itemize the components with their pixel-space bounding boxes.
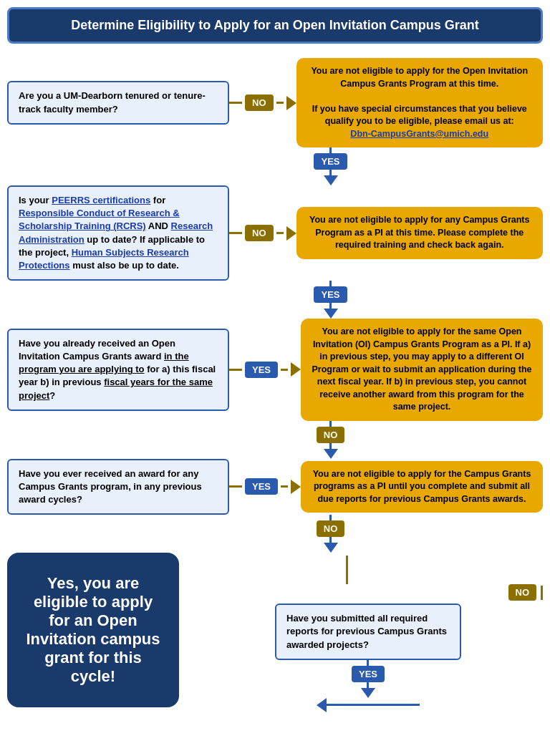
arrow-down-q5 — [361, 688, 375, 698]
arrow-down-q2 — [324, 309, 338, 319]
a4-box-wrapper: You are not eligible to apply for the Ca… — [301, 461, 543, 513]
a1-box-wrapper: You are not eligible to apply for the Op… — [296, 58, 544, 147]
no-from-a4 — [346, 556, 348, 584]
q1-no-label: NO — [245, 94, 274, 111]
arrow-right-q1 — [286, 96, 296, 110]
h-line-q2 — [229, 232, 242, 234]
q1-box-wrapper: Are you a UM-Dearborn tenured or tenure-… — [7, 81, 229, 124]
q1-yes-label: YES — [314, 153, 347, 170]
h-line-to-eligible — [327, 704, 420, 706]
a1-box: You are not eligible to apply for the Op… — [296, 58, 544, 147]
vline-a4-down — [346, 556, 348, 584]
vline-q3a — [329, 421, 332, 427]
h-line-q1 — [229, 102, 242, 104]
vline-q4b — [329, 537, 332, 543]
a2-text: You are not eligible to apply for any Ca… — [309, 215, 529, 250]
q2-no-label: NO — [245, 225, 274, 241]
q1-text: Are you a UM-Dearborn tenured or tenure-… — [19, 90, 206, 114]
header-box: Determine Eligibility to Apply for an Op… — [7, 7, 543, 44]
q5-box-wrapper: Have you submitted all required reports … — [275, 604, 461, 660]
q5-text: Have you submitted all required reports … — [286, 613, 447, 649]
header-title: Determine Eligibility to Apply for an Op… — [71, 18, 478, 32]
a2-box: You are not eligible to apply for any Ca… — [296, 207, 544, 259]
q2-box-wrapper: Is your PEERRS certifications for Respon… — [7, 185, 229, 281]
vline-q5a — [367, 660, 369, 666]
q4-text: Have you ever received an award for any … — [19, 468, 202, 505]
q3-box: Have you already received an Open Invita… — [7, 329, 229, 411]
q2-box: Is your PEERRS certifications for Respon… — [7, 185, 229, 281]
peerrs-link[interactable]: PEERRS certifications — [52, 195, 150, 205]
hsrp-link[interactable]: Human Subjects Research Protections — [19, 247, 189, 271]
h-line-q3b — [281, 369, 288, 371]
q4-box: Have you ever received an award for any … — [7, 459, 229, 515]
q5-no-row: NO — [193, 584, 543, 601]
q4-yes-label: YES — [245, 478, 278, 495]
q4-no-connector: NO — [118, 515, 543, 553]
a4-box: You are not eligible to apply for the Ca… — [301, 461, 543, 513]
q3-yes-label: YES — [245, 362, 278, 378]
q4-box-wrapper: Have you ever received an award for any … — [7, 459, 229, 515]
q2-yes-label: YES — [314, 286, 347, 303]
arrow-right-q2 — [286, 226, 296, 241]
eligible-box: Yes, you are eligible to apply for an Op… — [7, 553, 179, 707]
vline-q4a — [329, 515, 332, 520]
eligible-text: Yes, you are eligible to apply for an Op… — [26, 574, 160, 685]
q3-yes-connector: YES — [229, 362, 301, 378]
a1-email-link[interactable]: Dbn-CampusGrants@umich.edu — [350, 129, 488, 139]
a2-box-wrapper: You are not eligible to apply for any Ca… — [296, 207, 544, 259]
q5-yes-label: YES — [352, 666, 385, 682]
a3-box: You are not eligible to apply for the sa… — [301, 319, 543, 421]
q4-row: Have you ever received an award for any … — [7, 459, 543, 515]
h-line-q4b — [281, 485, 288, 488]
h-line-q1b — [276, 102, 284, 104]
h-line-q2b — [276, 232, 284, 234]
eligible-column: Yes, you are eligible to apply for an Op… — [7, 553, 179, 707]
q1-box: Are you a UM-Dearborn tenured or tenure-… — [7, 81, 229, 124]
vline-q2a — [329, 281, 332, 286]
arrow-down-q3 — [324, 449, 338, 459]
q5-box: Have you submitted all required reports … — [275, 604, 461, 660]
arrow-right-q3 — [291, 362, 301, 377]
q3-box-wrapper: Have you already received an Open Invita… — [7, 329, 229, 411]
vline-q1a — [329, 147, 332, 153]
q1-yes-connector: YES — [118, 147, 543, 185]
vline-no-q5 — [541, 586, 543, 600]
q2-row: Is your PEERRS certifications for Respon… — [7, 185, 543, 281]
vline-q1b — [329, 170, 332, 175]
h-line-q3 — [229, 369, 242, 371]
a3-box-wrapper: You are not eligible to apply for the sa… — [301, 319, 543, 421]
arrow-down-q4 — [324, 543, 338, 553]
q2-no-connector: NO — [229, 225, 296, 241]
q3-underline2: fiscal years for the same project — [19, 377, 213, 400]
flowchart: Are you a UM-Dearborn tenured or tenure-… — [7, 58, 543, 712]
h-line-q4 — [229, 485, 242, 488]
arrow-down-q1 — [324, 175, 338, 185]
a1-text: You are not eligible to apply for the Op… — [311, 66, 528, 139]
bottom-section: Yes, you are eligible to apply for an Op… — [7, 553, 543, 712]
q3-row: Have you already received an Open Invita… — [7, 319, 543, 421]
q3-underline1: in the program you are applying to — [19, 351, 189, 374]
q1-no-connector: NO — [229, 94, 296, 111]
a4-text: You are not eligible to apply for the Ca… — [313, 469, 531, 504]
q3-no-label: NO — [317, 427, 345, 443]
q4-yes-connector: YES — [229, 478, 301, 495]
arrow-right-q4 — [291, 480, 301, 494]
q5-connector-top — [346, 556, 391, 584]
q1-row: Are you a UM-Dearborn tenured or tenure-… — [7, 58, 543, 147]
q5-column: NO Have you submitted all required repor… — [179, 553, 543, 712]
yes-to-eligible-row — [317, 698, 420, 712]
q4-no-label: NO — [317, 520, 345, 537]
vline-q3b — [329, 443, 332, 449]
vline-q5b — [367, 682, 369, 688]
q5-no-above-label: NO — [508, 584, 537, 601]
vline-q2b — [329, 303, 332, 309]
q5-yes-connector: YES — [352, 660, 385, 698]
rcrs-link[interactable]: Responsible Conduct of Research & Schola… — [19, 208, 180, 231]
q3-no-connector: NO — [118, 421, 543, 459]
q2-yes-connector: YES — [118, 281, 543, 319]
a3-text: You are not eligible to apply for the sa… — [312, 326, 532, 412]
arrow-left-eligible — [317, 698, 327, 712]
